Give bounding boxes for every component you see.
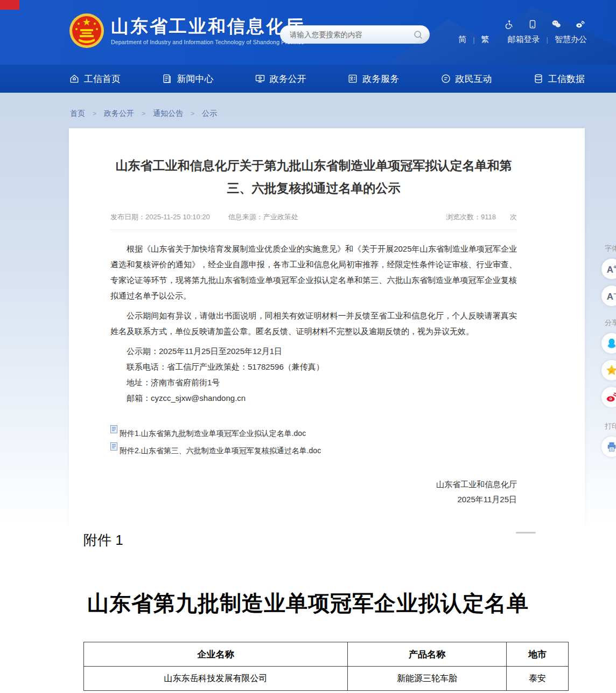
attachment-link-2[interactable]: 附件2.山东省第三、六批制造业单项冠军复核拟通过名单.doc <box>110 445 517 456</box>
home-icon <box>69 73 80 84</box>
nav-item-label: 政务服务 <box>362 73 399 85</box>
article-card: 山东省工业和信息化厅关于第九批山东省制造业单项冠军拟认定名单和第三、六批复核拟通… <box>69 128 585 525</box>
breadcrumb: 首页 > 政务公开 > 通知公告 > 公示 <box>0 93 616 119</box>
monitor-icon <box>255 73 265 84</box>
contact-phone: 联系电话：省工信厅产业政策处：51782596（兼传真） <box>110 359 517 375</box>
attachment-link-label: 附件1.山东省第九批制造业单项冠军企业拟认定名单.doc <box>120 427 306 439</box>
contact-email: 邮箱：cyzcc_sjxw@shandong.cn <box>110 390 517 406</box>
mail-login-link[interactable]: 邮箱登录 <box>508 34 540 45</box>
public-notice-period: 公示期：2025年11月25日至2025年12月1日 <box>110 343 517 359</box>
doc-file-icon <box>110 442 117 451</box>
tool-rail: 字体 A+ A− 分享 <box>594 236 616 463</box>
nav-item-gov-service[interactable]: 政务服务 <box>347 73 399 85</box>
page-background: 首页 > 政务公开 > 通知公告 > 公示 山东省工业和信息化厅关于第九批山东省… <box>0 93 616 693</box>
share-weibo-icon[interactable] <box>601 387 616 407</box>
paragraph: 根据《山东省关于加快培育发展制造业优质企业的实施意见》和《关于开展2025年山东… <box>110 241 517 303</box>
cell-city: 泰安 <box>507 667 569 691</box>
nav-item-label: 政民互动 <box>456 73 492 85</box>
info-source: 信息来源：产业政策处 <box>228 212 298 222</box>
breadcrumb-separator: > <box>93 110 96 117</box>
divider: | <box>473 36 474 44</box>
nav-item-home[interactable]: 工信首页 <box>69 73 121 85</box>
breadcrumb-separator: > <box>191 110 194 117</box>
chat-icon <box>440 73 451 84</box>
top-utilities: 简 | 繁 邮箱登录 | 智慧办公 <box>458 19 587 45</box>
weibo-icon[interactable] <box>575 19 585 29</box>
horizontal-scrollbar-thumb[interactable] <box>516 532 536 533</box>
print-label: 打印 <box>594 421 616 431</box>
search-input[interactable] <box>290 31 412 39</box>
signature-date: 2025年11月25日 <box>110 492 517 507</box>
site-title: 山东省工业和信息化厅 <box>111 17 305 36</box>
smart-office-link[interactable]: 智慧办公 <box>555 34 587 45</box>
search-icon[interactable] <box>412 29 423 40</box>
article-title: 山东省工业和信息化厅关于第九批山东省制造业单项冠军拟认定名单和第三、六批复核拟通… <box>115 154 513 199</box>
doc-file-icon <box>110 425 117 433</box>
site-banner: 山东省工业和信息化厅 Department of Industry and In… <box>0 0 616 65</box>
col-header-product: 产品名称 <box>348 642 507 667</box>
nav-item-news[interactable]: 新闻中心 <box>162 73 213 85</box>
print-icon[interactable] <box>601 436 616 457</box>
col-header-company: 企业名称 <box>84 642 348 667</box>
mobile-icon[interactable] <box>528 19 537 29</box>
contact-address: 地址：济南市省府前街1号 <box>110 375 517 390</box>
site-logo[interactable]: 山东省工业和信息化厅 Department of Industry and In… <box>69 13 305 48</box>
view-count-unit: 次 <box>510 212 517 222</box>
lang-traditional-link[interactable]: 繁 <box>481 34 489 45</box>
nav-item-gov-info[interactable]: 政务公开 <box>255 73 306 85</box>
search-bar <box>280 25 430 44</box>
col-header-city: 地市 <box>507 642 569 667</box>
attachment-link-label: 附件2.山东省第三、六批制造业单项冠军复核拟通过名单.doc <box>120 445 321 456</box>
nav-item-label: 工信数据 <box>548 73 585 85</box>
news-icon <box>162 73 172 84</box>
font-increase-button[interactable]: A+ <box>601 259 616 279</box>
main-nav: 工信首页 新闻中心 政务公开 政务服务 <box>0 65 616 93</box>
article-signature: 山东省工业和信息化厅 2025年11月25日 <box>110 477 517 507</box>
nav-item-label: 工信首页 <box>84 73 121 85</box>
cell-product: 新能源三轮车胎 <box>348 667 507 691</box>
paragraph: 公示期间如有异议，请做出书面说明，同相关有效证明材料一并反馈至省工业和信息化厅，… <box>110 308 517 339</box>
breadcrumb-gov-info[interactable]: 政务公开 <box>104 109 134 119</box>
corner-red-badge <box>0 0 19 10</box>
attachment-link-1[interactable]: 附件1.山东省第九批制造业单项冠军企业拟认定名单.doc <box>110 427 517 439</box>
font-decrease-button[interactable]: A− <box>601 286 616 306</box>
share-label: 分享 <box>594 318 616 328</box>
view-count: 浏览次数：9118 <box>446 212 496 222</box>
national-emblem-icon <box>69 13 104 48</box>
table-row: 山东东岳科技发展有限公司 新能源三轮车胎 泰安 <box>84 667 569 691</box>
breadcrumb-home[interactable]: 首页 <box>70 109 85 119</box>
article-body: 根据《山东省关于加快培育发展制造业优质企业的实施意见》和《关于开展2025年山东… <box>110 241 517 406</box>
site-subtitle: Department of Industry and Information T… <box>111 39 305 45</box>
nav-item-interaction[interactable]: 政民互动 <box>440 73 492 85</box>
font-size-label: 字体 <box>594 244 616 253</box>
breadcrumb-current[interactable]: 公示 <box>202 109 217 119</box>
table-header-row: 企业名称 产品名称 地市 <box>84 642 569 667</box>
annex-title: 山东省第九批制造业单项冠军企业拟认定名单 <box>0 588 616 618</box>
breadcrumb-notices[interactable]: 通知公告 <box>153 109 183 119</box>
share-qq-icon[interactable] <box>601 333 616 354</box>
attachment-links: 附件1.山东省第九批制造业单项冠军企业拟认定名单.doc 附件2.山东省第三、六… <box>110 427 517 456</box>
accessibility-icon[interactable] <box>504 19 514 29</box>
annex-label: 附件 1 <box>83 531 616 550</box>
nav-item-label: 新闻中心 <box>177 73 213 85</box>
signature-org: 山东省工业和信息化厅 <box>110 477 517 492</box>
annex-section: 附件 1 山东省第九批制造业单项冠军企业拟认定名单 企业名称 产品名称 地市 山… <box>0 525 616 691</box>
nav-item-data[interactable]: 工信数据 <box>533 73 585 85</box>
divider: | <box>547 36 548 44</box>
wechat-icon[interactable] <box>551 19 561 29</box>
publish-date: 发布日期：2025-11-25 10:10:20 <box>110 212 210 222</box>
breadcrumb-separator: > <box>142 110 145 117</box>
service-icon <box>347 73 358 84</box>
lang-simplified-link[interactable]: 简 <box>458 34 466 45</box>
annex-table: 企业名称 产品名称 地市 山东东岳科技发展有限公司 新能源三轮车胎 泰安 <box>83 642 569 691</box>
cell-company: 山东东岳科技发展有限公司 <box>84 667 348 691</box>
article-meta: 发布日期：2025-11-25 10:10:20 信息来源：产业政策处 浏览次数… <box>110 212 517 230</box>
nav-item-label: 政务公开 <box>270 73 306 85</box>
database-icon <box>533 73 544 84</box>
share-qzone-icon[interactable] <box>601 360 616 380</box>
